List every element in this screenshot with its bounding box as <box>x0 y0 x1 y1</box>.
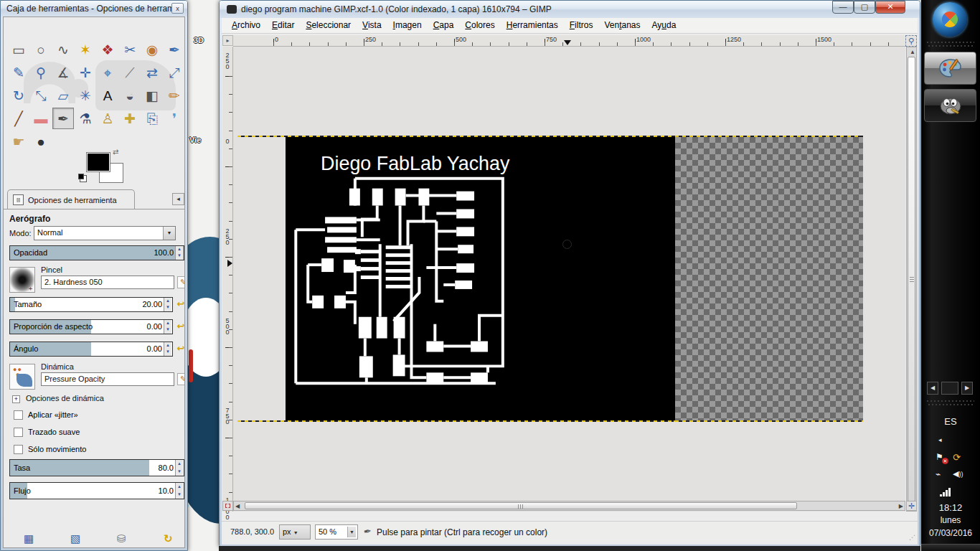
horizontal-ruler[interactable]: 0250500750100012501500 <box>233 35 905 47</box>
navigation-button[interactable]: ✛ <box>906 501 917 511</box>
checkbox-0[interactable] <box>14 410 23 420</box>
default-colors-icon[interactable] <box>78 174 84 179</box>
menu-imagen[interactable]: Imagen <box>387 18 428 33</box>
desktop-icon-label[interactable]: Vie <box>189 136 201 144</box>
vertical-scrollbar[interactable]: ▲ ▼ <box>906 47 917 512</box>
tool-text[interactable]: A <box>97 85 118 106</box>
tool-bucket-fill[interactable]: ◒ <box>119 85 141 106</box>
panel-collapse-button[interactable]: ◂ <box>172 193 184 205</box>
tool-fuzzy-select[interactable]: ✶ <box>75 39 96 60</box>
edit-brush-button[interactable]: ✎ <box>177 276 185 288</box>
quick-mask-button[interactable] <box>222 501 233 511</box>
swap-colors-icon[interactable]: ⇄ <box>113 148 118 156</box>
menu-editar[interactable]: Editar <box>266 18 300 33</box>
tool-blur-sharpen[interactable]: ❜ <box>164 108 185 129</box>
clock-day[interactable]: lunes <box>921 515 980 525</box>
edit-dynamics-button[interactable]: ✎ <box>177 373 185 385</box>
maximize-button[interactable]: ▢ <box>854 1 875 14</box>
menu-ayuda[interactable]: Ayuda <box>646 18 682 33</box>
toolbox-close-button[interactable]: x <box>171 3 184 14</box>
tool-crop[interactable]: ⟋ <box>119 62 141 83</box>
tool-rotate[interactable]: ↻ <box>8 85 29 106</box>
spinner[interactable]: ▲▼ <box>164 342 171 356</box>
opacity-slider[interactable]: Opacidad 100.0 ▲▼ <box>9 245 184 260</box>
clock-time[interactable]: 18:12 <box>921 502 980 513</box>
tool-rectangle-select[interactable]: ▭ <box>8 39 29 60</box>
delete-options-button[interactable]: ⛁ <box>117 532 126 545</box>
language-indicator[interactable]: ES <box>921 416 980 427</box>
zoom-dropdown[interactable]: 50 %▼ <box>315 524 358 540</box>
tool-gradient[interactable]: ◧ <box>141 85 163 106</box>
zoom-follow-window-icon[interactable]: ⚲ <box>905 35 917 47</box>
tool-heal[interactable]: ✚ <box>119 108 141 129</box>
network-signal-icon[interactable] <box>940 488 954 496</box>
tool-dodge-burn[interactable]: ● <box>30 131 52 152</box>
tool-smudge[interactable]: ☛ <box>8 131 29 152</box>
rate-slider[interactable]: Tasa 80.0 ▲▼ <box>9 459 184 476</box>
tool-measure[interactable]: ∡ <box>52 62 74 83</box>
flow-slider[interactable]: Flujo 10.0 ▲▼ <box>9 482 184 499</box>
taskbar-grip[interactable] <box>927 400 974 405</box>
foreground-color-swatch[interactable] <box>86 152 110 172</box>
tool-select-by-color[interactable]: ❖ <box>97 39 118 60</box>
tool-scale[interactable]: ⤡ <box>30 85 52 106</box>
brush-thumbnail-button[interactable]: ＋ <box>9 267 35 293</box>
tool-align[interactable]: ⌖ <box>97 62 118 83</box>
reset-aspect-button[interactable]: ↩ <box>174 320 185 333</box>
show-hidden-icons[interactable]: ◂ <box>938 436 942 443</box>
speaker-icon[interactable]: ◀)) <box>953 469 966 479</box>
tool-paintbrush[interactable]: ╱ <box>8 108 29 129</box>
tool-eraser[interactable]: ▬ <box>30 108 52 129</box>
aspect-ratio-slider[interactable]: Proporción de aspecto 0.00 ▲▼ <box>9 319 173 334</box>
brush-name-field[interactable]: 2. Hardness 050 <box>41 276 174 289</box>
vertical-scroll-thumb[interactable] <box>908 57 915 501</box>
menu-seleccionar[interactable]: Seleccionar <box>300 18 357 33</box>
taskbar-scroll-down[interactable]: ▶ <box>961 382 973 395</box>
tool-color-picker[interactable]: ✎ <box>8 62 29 83</box>
spinner[interactable]: ▲▼ <box>175 460 183 476</box>
horizontal-scrollbar[interactable]: ◀ ▶ <box>233 501 905 511</box>
spinner[interactable]: ▲▼ <box>164 320 171 334</box>
scroll-left-arrow[interactable]: ◀ <box>235 503 240 509</box>
ruler-corner-button[interactable]: ▸ <box>222 35 233 46</box>
checkbox-2[interactable] <box>14 445 23 454</box>
gimp-titlebar[interactable]: diego program machine GIMP.xcf-1.0 (Colo… <box>220 1 920 18</box>
show-desktop-button[interactable] <box>921 544 980 551</box>
horizontal-scroll-thumb[interactable] <box>245 502 797 509</box>
unit-dropdown[interactable]: px ▼ <box>279 524 311 540</box>
menu-capa[interactable]: Capa <box>428 18 460 33</box>
tool-flip[interactable]: ⇄ <box>141 62 163 83</box>
tool-airbrush[interactable]: ✒ <box>52 108 74 129</box>
reset-options-button[interactable]: ↻ <box>164 532 173 545</box>
resize-grip[interactable]: ⋰ <box>909 534 915 541</box>
tool-shear[interactable]: ▱ <box>52 85 74 106</box>
close-button[interactable]: ✕ <box>875 1 905 14</box>
dynamics-name-field[interactable]: Pressure Opacity <box>41 372 174 386</box>
menu-ventanas[interactable]: Ventanas <box>598 18 646 33</box>
tool-foreground-select[interactable]: ◉ <box>141 39 163 60</box>
dynamics-thumbnail-button[interactable]: ●● ● <box>9 364 35 390</box>
taskbar-scroll-up[interactable]: ◀ <box>927 382 938 395</box>
restore-options-button[interactable]: ▧ <box>70 532 80 545</box>
menu-filtros[interactable]: Filtros <box>564 18 599 33</box>
tool-perspective[interactable]: ✳ <box>75 85 96 106</box>
scroll-right-arrow[interactable]: ▶ <box>899 503 903 509</box>
clock-date[interactable]: 07/03/2016 <box>921 528 980 538</box>
tab-tool-options[interactable]: ⫾⫾ Opciones de herramienta <box>7 189 135 209</box>
tool-clone[interactable]: ♙ <box>97 108 118 129</box>
tool-paths[interactable]: ✒ <box>164 39 185 60</box>
menu-archivo[interactable]: Archivo <box>226 18 266 33</box>
image-layer-black[interactable]: Diego FabLab Yachay <box>286 137 675 420</box>
action-center-icon[interactable]: ⚑ ✕ <box>936 452 946 462</box>
sync-notification-icon[interactable]: ⟳ <box>953 452 963 462</box>
spinner[interactable]: ▲▼ <box>164 298 171 311</box>
scroll-up-arrow[interactable]: ▲ <box>910 49 915 55</box>
power-plug-icon[interactable]: ⌁ <box>936 469 946 479</box>
tool-ellipse-select[interactable]: ○ <box>30 39 52 60</box>
menu-herramientas[interactable]: Herramientas <box>501 18 564 33</box>
desktop-icon-label[interactable]: 3D <box>194 36 204 44</box>
vertical-ruler[interactable]: 25002505007501000 <box>222 47 233 512</box>
image-layer-transparent[interactable] <box>675 137 863 420</box>
taskbar-button-gimp[interactable] <box>924 89 976 122</box>
canvas-viewport[interactable]: Diego FabLab Yachay <box>233 47 905 512</box>
